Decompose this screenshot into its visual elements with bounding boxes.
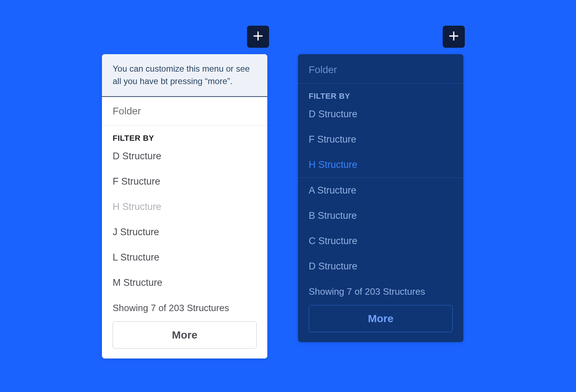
filter-item[interactable]: F Structure (298, 127, 463, 152)
showing-count: Showing 7 of 203 Structures (102, 295, 267, 317)
filter-by-heading: FILTER BY (298, 84, 463, 102)
filter-item[interactable]: J Structure (102, 220, 267, 245)
menu-panel-light: You can customize this menu or see all y… (102, 54, 267, 359)
add-button-dark[interactable] (443, 26, 465, 48)
more-button[interactable]: More (113, 321, 257, 349)
showing-count: Showing 7 of 203 Structures (298, 279, 463, 301)
plus-icon (448, 30, 460, 43)
plus-icon (252, 30, 264, 43)
filter-item[interactable]: M Structure (102, 270, 267, 295)
filter-item-selected[interactable]: H Structure (298, 152, 463, 178)
filter-by-heading: FILTER BY (102, 126, 267, 144)
filter-item[interactable]: D Structure (298, 102, 463, 127)
filter-item[interactable]: B Structure (298, 203, 463, 228)
more-button[interactable]: More (309, 305, 453, 332)
menu-panel-dark: Folder FILTER BY D Structure F Structure… (298, 54, 463, 342)
filter-item[interactable]: D Structure (298, 254, 463, 279)
filter-item[interactable]: F Structure (102, 169, 267, 194)
add-button-light[interactable] (247, 26, 269, 48)
filter-item[interactable]: L Structure (102, 245, 267, 270)
info-banner: You can customize this menu or see all y… (102, 54, 267, 97)
folder-row[interactable]: Folder (102, 97, 267, 126)
filter-item[interactable]: C Structure (298, 228, 463, 254)
filter-item[interactable]: A Structure (298, 178, 463, 203)
filter-item-disabled: H Structure (102, 194, 267, 220)
folder-row[interactable]: Folder (298, 54, 463, 84)
filter-item[interactable]: D Structure (102, 144, 267, 169)
